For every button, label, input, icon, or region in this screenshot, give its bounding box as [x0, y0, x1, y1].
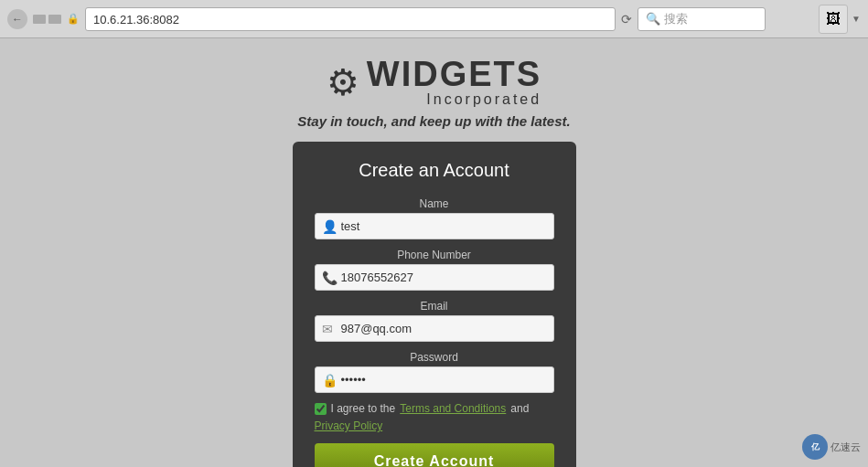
browser-chrome: ← 🔒 10.6.21.36:8082 ⟳ 🔍 搜索 🖼 ▼: [0, 0, 868, 38]
refresh-button[interactable]: ⟳: [621, 12, 632, 27]
email-field-group: Email ✉: [315, 300, 554, 342]
back-button[interactable]: ←: [7, 9, 27, 29]
terms-checkbox-row: I agree to the Terms and Conditions and …: [315, 402, 554, 432]
phone-input[interactable]: [315, 264, 554, 291]
logo-incorporated: Incorporated: [367, 91, 541, 108]
password-field-group: Password 🔒: [315, 351, 554, 393]
logo-area: ⚙ WIDGETS Incorporated Stay in touch, an…: [297, 57, 570, 129]
logo-widgets: WIDGETS: [367, 57, 541, 91]
browser-icon-1: [33, 15, 46, 24]
form-title: Create an Account: [315, 160, 554, 181]
password-label: Password: [315, 351, 554, 364]
terms-checkbox[interactable]: [315, 403, 327, 415]
phone-icon: 📞: [322, 271, 338, 285]
name-input-wrapper: 👤: [315, 213, 554, 239]
search-placeholder: 搜索: [664, 11, 688, 27]
url-bar[interactable]: 10.6.21.36:8082: [85, 7, 616, 31]
phone-label: Phone Number: [315, 249, 554, 261]
search-bar[interactable]: 🔍 搜索: [638, 7, 766, 31]
person-icon: 👤: [322, 219, 338, 234]
email-label: Email: [315, 300, 554, 313]
browser-nav-icons: [33, 15, 61, 24]
password-input-wrapper: 🔒: [315, 366, 554, 393]
watermark: 亿 亿速云: [802, 434, 861, 460]
phone-input-wrapper: 📞: [315, 264, 554, 291]
password-input[interactable]: [315, 366, 554, 393]
email-input-wrapper: ✉: [315, 315, 554, 342]
browser-icon-2: [48, 15, 61, 24]
checkbox-text-before: I agree to the: [331, 402, 396, 415]
privacy-link[interactable]: Privacy Policy: [315, 419, 383, 432]
ext-dropdown[interactable]: ▼: [852, 14, 861, 24]
logo-tagline: Stay in touch, and keep up with the late…: [297, 113, 570, 129]
terms-link[interactable]: Terms and Conditions: [400, 402, 506, 415]
email-icon: ✉: [322, 322, 333, 336]
extension-icon[interactable]: 🖼: [819, 5, 848, 34]
lock-icon: 🔒: [67, 13, 80, 25]
gear-icon: ⚙: [327, 64, 359, 101]
name-label: Name: [315, 197, 554, 210]
page-content: ⚙ WIDGETS Incorporated Stay in touch, an…: [0, 38, 868, 467]
checkbox-text-middle: and: [510, 402, 529, 415]
name-field-group: Name 👤: [315, 197, 554, 239]
browser-extensions: 🖼 ▼: [819, 5, 861, 34]
email-input[interactable]: [315, 315, 554, 342]
create-account-button[interactable]: Create Account: [315, 443, 554, 467]
logo-text: WIDGETS Incorporated: [367, 57, 541, 108]
watermark-text: 亿速云: [830, 440, 861, 454]
lock-icon: 🔒: [322, 373, 338, 387]
form-card: Create an Account Name 👤 Phone Number 📞 …: [293, 142, 576, 467]
logo-title-row: ⚙ WIDGETS Incorporated: [327, 57, 541, 108]
watermark-logo: 亿: [802, 434, 828, 460]
search-icon: 🔍: [646, 12, 660, 26]
phone-field-group: Phone Number 📞: [315, 249, 554, 291]
name-input[interactable]: [315, 213, 554, 239]
